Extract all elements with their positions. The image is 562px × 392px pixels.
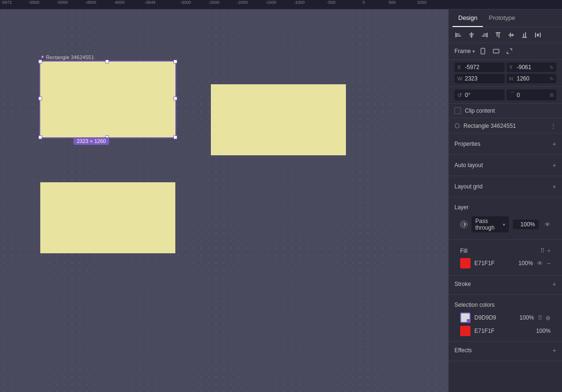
svg-rect-2 — [456, 36, 461, 36]
element-label: ✦ Rectangle 34624551 — [40, 54, 94, 60]
coord-grid: X -5972 Y -9061 ↻ W 2323 H 1260 ↻ — [449, 60, 562, 87]
resize-handle-br[interactable] — [173, 135, 177, 139]
frame-dropdown[interactable]: Frame ▾ — [454, 48, 475, 54]
resize-handle-tr[interactable] — [173, 60, 177, 63]
align-center-v-icon[interactable] — [507, 30, 516, 40]
resize-handle-tl[interactable] — [38, 60, 42, 63]
chevron-down-icon: ▾ — [472, 49, 475, 54]
clip-content-label: Clip content — [465, 107, 495, 114]
resize-handle-lm[interactable] — [38, 97, 42, 100]
align-right-icon[interactable] — [480, 30, 489, 40]
rectangle-2[interactable] — [211, 84, 346, 155]
selection-color-hex-1: D9D9D9 — [474, 314, 512, 321]
stroke-title: Stroke — [454, 281, 471, 287]
fill-row: E71F1F 100% 👁 − — [454, 256, 556, 271]
svg-rect-1 — [456, 34, 460, 35]
resize-handle-bl[interactable] — [38, 135, 42, 139]
selection-color-1-icons: ⠿ ⊕ — [538, 314, 551, 321]
rectangle-3[interactable] — [40, 182, 175, 253]
auto-layout-header: Auto layout + — [454, 159, 556, 172]
selection-color-hex-2: E71F1F — [474, 328, 529, 334]
effects-add-icon[interactable]: + — [553, 347, 556, 354]
fill-opacity: 100% — [515, 260, 533, 267]
svg-rect-17 — [525, 32, 526, 37]
blend-mode-icon — [460, 221, 468, 228]
ruler-tick: -1500 — [265, 0, 276, 5]
selection-color-row-1: D9D9D9 100% ⠿ ⊕ — [454, 311, 556, 324]
proportional-lock-icon[interactable]: ↻ — [550, 76, 553, 81]
effects-header: Effects + — [454, 344, 556, 357]
fill-color-swatch[interactable] — [460, 258, 471, 268]
canvas[interactable]: ✦ Rectangle 34624551 2323 × 1260 — [0, 9, 448, 392]
tab-prototype[interactable]: Prototype — [483, 9, 521, 27]
auto-layout-add-icon[interactable]: + — [553, 161, 556, 169]
ruler-tick: -2500 — [208, 0, 219, 5]
selection-color-grid-icon[interactable]: ⠿ — [538, 314, 543, 321]
ruler-tick: 500 — [389, 0, 396, 5]
layout-grid-add-icon[interactable]: + — [553, 183, 556, 190]
selected-rectangle[interactable] — [40, 62, 175, 137]
fill-add-icon[interactable]: + — [547, 247, 551, 254]
fill-header: Fill ⠿ + — [454, 243, 556, 256]
svg-rect-19 — [540, 33, 541, 37]
opacity-field[interactable]: 100% — [513, 220, 539, 229]
svg-rect-20 — [537, 34, 539, 36]
frame-row: Frame ▾ — [449, 43, 562, 60]
frame-resize-icon[interactable] — [504, 46, 515, 56]
ruler-tick: -3000 — [180, 0, 191, 5]
selection-color-swatch-2[interactable] — [460, 326, 471, 336]
svg-rect-3 — [471, 32, 472, 38]
selection-color-opacity-1: 100% — [516, 314, 534, 321]
clip-content-checkbox[interactable] — [454, 107, 461, 114]
svg-rect-16 — [523, 34, 524, 37]
svg-rect-13 — [510, 33, 511, 37]
layer-visibility-icon[interactable]: 👁 — [544, 221, 551, 228]
properties-add-icon[interactable]: + — [553, 140, 556, 148]
chevron-down-icon: ▾ — [503, 222, 505, 227]
ruler-tick: -4500 — [85, 0, 96, 5]
stroke-add-icon[interactable]: + — [553, 280, 556, 288]
fill-visibility-icon[interactable]: 👁 — [537, 260, 543, 267]
frame-landscape-icon[interactable] — [491, 46, 501, 56]
align-bottom-icon[interactable] — [520, 30, 529, 40]
tab-design[interactable]: Design — [453, 9, 483, 27]
stroke-header: Stroke + — [454, 277, 556, 291]
svg-rect-10 — [497, 33, 498, 36]
component-settings-icon[interactable]: ⋮ — [550, 122, 556, 129]
corner-radius-field[interactable]: ⌒ 0 ⊞ — [507, 89, 557, 100]
selection-color-swatch-1[interactable] — [460, 312, 471, 323]
blend-mode-dropdown[interactable]: Pass through ▾ — [471, 216, 509, 232]
ruler-tick: -500 — [327, 0, 335, 5]
x-field[interactable]: X -5972 — [454, 62, 505, 72]
fill-title: Fill — [460, 248, 467, 254]
layout-grid-header: Layout grid + — [454, 180, 556, 193]
svg-rect-5 — [470, 36, 473, 36]
right-panel: Design Prototype — [448, 9, 562, 392]
frame-portrait-icon[interactable] — [478, 46, 488, 56]
resize-handle-tm[interactable] — [105, 60, 109, 63]
selection-color-row-2: E71F1F 100% — [454, 324, 556, 338]
corner-radius-expand-icon[interactable]: ⊞ — [550, 92, 553, 98]
link-icon[interactable]: ↻ — [550, 65, 553, 70]
h-field[interactable]: H 1260 ↻ — [507, 74, 557, 83]
rotation-field[interactable]: ↺ 0° — [454, 89, 505, 100]
ruler-tick: 0 — [363, 0, 365, 5]
distribute-icon[interactable] — [533, 30, 543, 40]
fill-grid-icon[interactable]: ⠿ — [540, 247, 545, 254]
clip-content-row: Clip content — [449, 104, 562, 118]
align-center-h-icon[interactable] — [467, 30, 476, 40]
panel-tabs: Design Prototype — [449, 9, 562, 27]
align-top-icon[interactable] — [493, 30, 503, 40]
layer-title: Layer — [454, 204, 469, 211]
svg-rect-6 — [487, 33, 488, 37]
ruler-tick: -5972 — [1, 0, 12, 5]
align-left-icon[interactable] — [453, 30, 463, 40]
svg-rect-11 — [499, 33, 499, 38]
fill-section: Fill ⠿ + E71F1F 100% 👁 − — [449, 240, 562, 276]
selection-color-target-icon[interactable]: ⊕ — [545, 314, 551, 321]
frame-icons — [478, 46, 515, 56]
resize-handle-rm[interactable] — [173, 97, 177, 100]
w-field[interactable]: W 2323 — [454, 74, 505, 83]
fill-remove-icon[interactable]: − — [547, 259, 551, 267]
y-field[interactable]: Y -9061 ↻ — [507, 62, 557, 72]
